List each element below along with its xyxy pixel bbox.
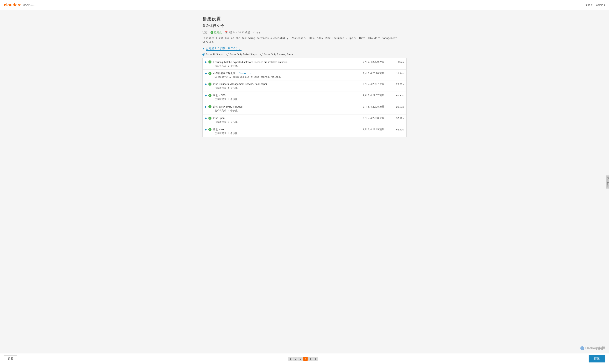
step-right: 9月 5, 4:20:20 凌晨 96ms	[358, 60, 404, 64]
finished-message: Finished First Run of the following serv…	[202, 36, 407, 44]
step-expand-chevron[interactable]: ▶	[205, 94, 207, 97]
step-time: 9月 5, 4:23:15 凌晨	[363, 128, 384, 131]
step-sub: 已成功完成 1 个步骤。	[205, 109, 404, 112]
step-main: ▶ Ensuring that the expected software re…	[205, 60, 404, 64]
status-text: 已完成	[214, 31, 222, 34]
step-duration: 96ms	[392, 61, 404, 64]
status-value: 已完成	[210, 31, 222, 34]
status-icon	[210, 31, 213, 34]
step-sub: 已成功完成 1 个步骤。	[205, 132, 404, 135]
table-row: ▶ 启动 Spark 9月 5, 4:22:38 凌晨 37.12s 已成功完成…	[203, 115, 406, 126]
step-left: ▶ Ensuring that the expected software re…	[205, 60, 358, 64]
show-failed-filter[interactable]: Show Only Failed Steps	[226, 53, 257, 56]
step-time: 9月 5, 4:22:38 凌晨	[363, 117, 384, 120]
show-failed-radio[interactable]	[226, 53, 229, 56]
step-duration: 62.41s	[392, 128, 404, 131]
step-success-icon	[208, 60, 211, 64]
step-time: 9月 5, 4:20:37 凌晨	[363, 82, 384, 86]
duration-value: 4m	[256, 31, 260, 34]
step-main: ▶ 正在部署客户端配置 Cluster 1 ↗ 9月 5, 4:20:20 凌晨…	[205, 72, 404, 75]
step-expand-chevron[interactable]: ▶	[205, 61, 207, 63]
step-main: ▶ 启动 YARN (MR2 Included) 9月 5, 4:22:08 凌…	[205, 105, 404, 108]
step-main: ▶ 启动 Spark 9月 5, 4:22:38 凌晨 37.12s	[205, 117, 404, 120]
step-main: ▶ 启动 Cloudera Management Service, ZooKee…	[205, 82, 404, 86]
step-main: ▶ 启动 HDFS 9月 5, 4:21:07 凌晨 61.82s	[205, 94, 404, 97]
step-sub: 已成功完成 1 个步骤。	[205, 98, 404, 101]
header-actions: 支持 ▾ admin ▾	[585, 3, 605, 7]
step-right: 9月 5, 4:23:15 凌晨 62.41s	[358, 128, 404, 131]
date-value: 9月 5, 4:20:20 凌晨	[229, 31, 250, 34]
step-left: ▶ 启动 YARN (MR2 Included)	[205, 105, 358, 108]
step-success-icon	[208, 94, 211, 97]
step-success-icon	[208, 82, 211, 86]
expand-chevron: ▼	[202, 47, 205, 50]
step-expand-chevron[interactable]: ▶	[205, 106, 207, 108]
show-running-label: Show Only Running Steps	[264, 53, 293, 56]
manager-wordmark: MANAGER	[23, 3, 37, 6]
step-sub: Successfully deployed all client configu…	[205, 76, 404, 78]
step-name: 启动 HDFS	[213, 94, 225, 97]
logo: cloudera MANAGER	[4, 2, 37, 8]
step-time: 9月 5, 4:20:20 凌晨	[363, 60, 384, 64]
step-right: 9月 5, 4:21:07 凌晨 61.82s	[358, 94, 404, 97]
step-time: 9月 5, 4:22:08 凌晨	[363, 105, 384, 108]
step-expand-chevron[interactable]: ▶	[205, 72, 207, 75]
main-content: 群集设置 首次运行 命令 状态 已完成 📅 9月 5, 4:20:20 凌晨 ⏱…	[199, 16, 410, 137]
show-all-filter[interactable]: Show All Steps	[202, 53, 223, 56]
step-name: 启动 Hive	[213, 128, 224, 131]
step-duration: 37.12s	[392, 117, 404, 120]
step-name: 启动 Spark	[213, 117, 225, 120]
duration-meta: ⏱ 4m	[253, 31, 260, 34]
step-left: ▶ 启动 Cloudera Management Service, ZooKee…	[205, 82, 358, 86]
show-all-label: Show All Steps	[206, 53, 223, 56]
step-expand-chevron[interactable]: ▶	[205, 117, 207, 119]
show-running-radio[interactable]	[260, 53, 263, 56]
step-main: ▶ 启动 Hive 9月 5, 4:23:15 凌晨 62.41s	[205, 128, 404, 131]
header: cloudera MANAGER 支持 ▾ admin ▾	[0, 0, 609, 10]
table-row: ▶ 启动 YARN (MR2 Included) 9月 5, 4:22:08 凌…	[203, 103, 406, 115]
section-title: 首次运行 命令	[202, 24, 407, 28]
step-time: 9月 5, 4:21:07 凌晨	[363, 94, 384, 97]
step-left: ▶ 启动 Spark	[205, 117, 358, 120]
status-row: 状态 已完成 📅 9月 5, 4:20:20 凌晨 ⏱ 4m	[202, 31, 407, 34]
table-row: ▶ 启动 Cloudera Management Service, ZooKee…	[203, 80, 406, 92]
table-row: ▶ 正在部署客户端配置 Cluster 1 ↗ 9月 5, 4:20:20 凌晨…	[203, 70, 406, 80]
support-menu[interactable]: 支持 ▾	[585, 3, 593, 7]
step-duration: 29.63s	[392, 105, 404, 108]
step-right: 9月 5, 4:20:20 凌晨 16.24s	[358, 72, 404, 75]
step-success-icon	[208, 72, 211, 75]
step-name: 启动 YARN (MR2 Included)	[213, 105, 243, 108]
step-left: ▶ 启动 Hive	[205, 128, 358, 131]
calendar-icon: 📅	[225, 31, 228, 34]
step-right: 9月 5, 4:22:08 凌晨 29.63s	[358, 105, 404, 108]
show-running-filter[interactable]: Show Only Running Steps	[260, 53, 293, 56]
step-sub: 已成功完成 2 个步骤。	[205, 86, 404, 90]
step-expand-chevron[interactable]: ▶	[205, 128, 207, 131]
table-row: ▶ 启动 HDFS 9月 5, 4:21:07 凌晨 61.82s 已成功完成 …	[203, 92, 406, 103]
step-duration: 16.24s	[392, 72, 404, 75]
step-name: Ensuring that the expected software rele…	[213, 61, 288, 64]
step-name: 启动 Cloudera Management Service, ZooKeepe…	[213, 82, 267, 86]
step-expand-chevron[interactable]: ▶	[205, 83, 207, 85]
step-left: ▶ 正在部署客户端配置 Cluster 1 ↗	[205, 72, 358, 75]
step-sub: 已成功完成 1 个步骤。	[205, 64, 404, 67]
step-success-icon	[208, 105, 211, 108]
steps-table: ▶ Ensuring that the expected software re…	[202, 58, 407, 137]
date-meta: 📅 9月 5, 4:20:20 凌晨	[225, 31, 250, 34]
steps-count: 已完成 7 个步骤（共 7 个）。	[206, 47, 242, 51]
table-row: ▶ 启动 Hive 9月 5, 4:23:15 凌晨 62.41s 已成功完成 …	[203, 126, 406, 137]
show-failed-label: Show Only Failed Steps	[230, 53, 257, 56]
step-left: ▶ 启动 HDFS	[205, 94, 358, 97]
filter-row: Show All Steps Show Only Failed Steps Sh…	[202, 53, 407, 56]
steps-summary[interactable]: ▼ 已完成 7 个步骤（共 7 个）。	[202, 47, 407, 51]
step-sub: 已成功完成 1 个步骤。	[205, 120, 404, 124]
cloudera-wordmark: cloudera	[4, 2, 22, 8]
show-all-radio[interactable]	[202, 53, 205, 56]
external-link-icon: ↗	[250, 72, 251, 75]
admin-menu[interactable]: admin ▾	[596, 3, 605, 6]
step-duration: 29.98s	[392, 83, 404, 86]
page-title: 群集设置	[202, 16, 407, 22]
step-duration: 61.82s	[392, 94, 404, 97]
step-right: 9月 5, 4:22:38 凌晨 37.12s	[358, 117, 404, 120]
cluster-link[interactable]: Cluster 1 ↗	[239, 72, 251, 75]
